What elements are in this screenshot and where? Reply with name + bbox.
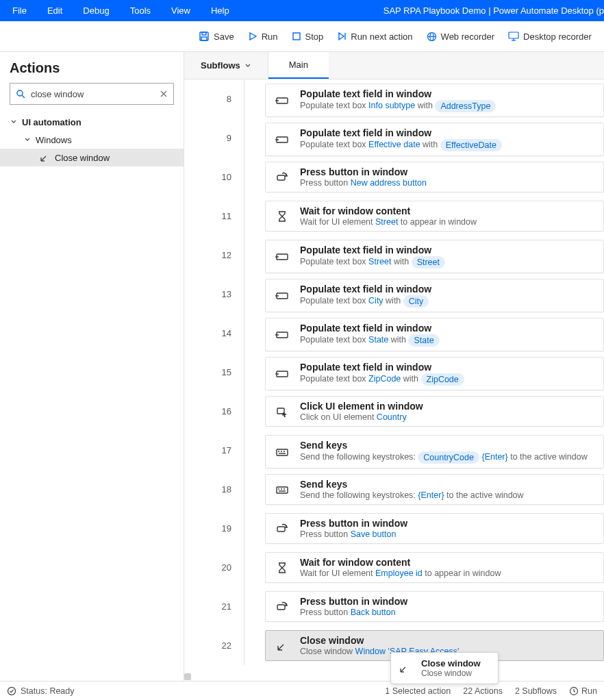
- actions-search[interactable]: [10, 83, 174, 105]
- step-title: Populate text field in window: [300, 284, 595, 295]
- web-recorder-button[interactable]: Web recorder: [420, 29, 502, 45]
- menu-file[interactable]: File: [12, 5, 27, 16]
- step-description: Wait for UI element Employee id to appea…: [300, 568, 595, 578]
- ui-element-link[interactable]: City: [368, 296, 383, 305]
- variable-pill[interactable]: CountryCode: [418, 451, 479, 464]
- ui-element-link[interactable]: Employee id: [375, 568, 423, 578]
- step-row[interactable]: 13Populate text field in windowPopulate …: [184, 275, 604, 314]
- step-number: 19: [184, 509, 244, 548]
- step-row[interactable]: 21Press button in windowPress button Bac…: [184, 587, 604, 626]
- check-circle-icon: [7, 686, 16, 696]
- tree-ui-automation[interactable]: UI automation: [0, 113, 184, 131]
- chevron-down-icon: [244, 62, 251, 69]
- textbox-icon: [274, 92, 290, 109]
- step-row[interactable]: 18Send keysSend the following keystrokes…: [184, 470, 604, 509]
- menu-edit[interactable]: Edit: [47, 5, 62, 16]
- step-number: 15: [184, 353, 244, 392]
- step-title: Press button in window: [300, 166, 595, 177]
- keys-icon: [274, 444, 290, 460]
- status-subflows: 2 Subflows: [515, 686, 557, 696]
- scroll-handle[interactable]: [184, 673, 191, 680]
- ui-element-link[interactable]: State: [368, 335, 388, 345]
- variable-pill[interactable]: City: [403, 295, 429, 308]
- status-run[interactable]: Run: [569, 686, 597, 696]
- wait-icon: [274, 560, 290, 576]
- ui-element-link[interactable]: New address button: [351, 178, 427, 188]
- ui-element-link[interactable]: ZipCode: [368, 374, 401, 384]
- step-card[interactable]: Populate text field in windowPopulate te…: [265, 84, 604, 117]
- step-row[interactable]: 9Populate text field in windowPopulate t…: [184, 118, 604, 158]
- clock-icon: [569, 686, 579, 696]
- tabs-bar: Subflows Main: [184, 52, 604, 79]
- ui-element-link[interactable]: Country: [377, 412, 407, 422]
- step-number: 21: [184, 587, 244, 626]
- tree-windows[interactable]: Windows: [0, 131, 184, 149]
- stop-label: Stop: [305, 32, 324, 42]
- step-row[interactable]: 10Press button in windowPress button New…: [184, 158, 604, 197]
- ui-element-link[interactable]: Street: [375, 217, 398, 227]
- ui-element-link[interactable]: Info subtype: [368, 101, 415, 110]
- ui-element-link[interactable]: Effective date: [368, 140, 420, 149]
- step-row[interactable]: 17Send keysSend the following keystrokes…: [184, 431, 604, 470]
- step-description: Click on UI element Country: [300, 412, 595, 422]
- subflows-label: Subflows: [201, 60, 240, 71]
- step-card[interactable]: Click UI element in windowClick on UI el…: [265, 396, 604, 427]
- steps-list: 8Populate text field in windowPopulate t…: [184, 79, 604, 681]
- step-card[interactable]: Populate text field in windowPopulate te…: [265, 279, 604, 312]
- run-next-button[interactable]: Run next action: [330, 29, 419, 45]
- menu-debug[interactable]: Debug: [83, 5, 109, 16]
- step-card[interactable]: Populate text field in windowPopulate te…: [265, 318, 604, 351]
- step-row[interactable]: 11Wait for window contentWait for UI ele…: [184, 197, 604, 236]
- step-description: Populate text box State with State: [300, 334, 595, 347]
- tree-close-window[interactable]: Close window: [0, 149, 184, 166]
- variable-pill[interactable]: State: [408, 334, 439, 347]
- step-description: Populate text box ZipCode with ZipCode: [300, 373, 595, 386]
- step-card[interactable]: Populate text field in windowPopulate te…: [265, 357, 604, 390]
- step-card[interactable]: Send keysSend the following keystrokes: …: [265, 435, 604, 468]
- menu-tools[interactable]: Tools: [130, 5, 151, 16]
- tooltip-desc: Close window: [421, 668, 481, 678]
- step-row[interactable]: 12Populate text field in windowPopulate …: [184, 236, 604, 275]
- menu-help[interactable]: Help: [211, 5, 229, 16]
- tab-main[interactable]: Main: [268, 52, 329, 79]
- step-card[interactable]: Press button in windowPress button Save …: [265, 513, 604, 544]
- step-row[interactable]: 20Wait for window contentWait for UI ele…: [184, 548, 604, 587]
- step-card[interactable]: Populate text field in windowPopulate te…: [265, 240, 604, 273]
- ui-element-link[interactable]: Back button: [351, 608, 396, 617]
- ui-element-link[interactable]: Street: [368, 257, 391, 266]
- variable-pill[interactable]: AddressType: [435, 100, 496, 112]
- keys-icon: [274, 482, 290, 498]
- step-number: 14: [184, 314, 244, 353]
- subflows-button[interactable]: Subflows: [184, 52, 268, 79]
- main-area: Actions UI automation Windows: [0, 52, 604, 681]
- step-card[interactable]: Wait for window contentWait for UI eleme…: [265, 201, 604, 232]
- step-card[interactable]: Press button in windowPress button New a…: [265, 162, 604, 192]
- actions-search-input[interactable]: [31, 89, 154, 99]
- stop-button[interactable]: Stop: [285, 29, 331, 45]
- chevron-down-icon: [23, 136, 32, 144]
- step-card[interactable]: Send keysSend the following keystrokes: …: [265, 474, 604, 505]
- step-row[interactable]: 15Populate text field in windowPopulate …: [184, 353, 604, 392]
- run-button[interactable]: Run: [241, 29, 285, 45]
- step-row[interactable]: 16Click UI element in windowClick on UI …: [184, 392, 604, 431]
- run-label: Run: [262, 32, 278, 42]
- step-card[interactable]: Wait for window contentWait for UI eleme…: [265, 552, 604, 583]
- ui-element-link[interactable]: Save button: [351, 529, 397, 539]
- variable-pill[interactable]: Street: [412, 256, 445, 268]
- svg-rect-2: [201, 37, 207, 40]
- variable-pill[interactable]: EffectiveDate: [440, 139, 502, 151]
- steps-area: 8Populate text field in windowPopulate t…: [184, 79, 604, 681]
- variable-pill[interactable]: ZipCode: [421, 373, 464, 386]
- save-button[interactable]: Save: [192, 28, 241, 45]
- step-row[interactable]: 8Populate text field in windowPopulate t…: [184, 79, 604, 118]
- menu-view[interactable]: View: [171, 5, 190, 16]
- step-card[interactable]: Press button in windowPress button Back …: [265, 591, 604, 622]
- clear-search-icon[interactable]: [160, 90, 168, 98]
- desktop-recorder-button[interactable]: Desktop recorder: [501, 29, 599, 45]
- tooltip-title: Close window: [421, 658, 481, 668]
- step-card[interactable]: Populate text field in windowPopulate te…: [265, 123, 604, 156]
- step-row[interactable]: 14Populate text field in windowPopulate …: [184, 314, 604, 353]
- step-row[interactable]: 19Press button in windowPress button Sav…: [184, 509, 604, 548]
- step-title: Click UI element in window: [300, 401, 595, 412]
- titlebar: File Edit Debug Tools View Help SAP RPA …: [0, 0, 604, 21]
